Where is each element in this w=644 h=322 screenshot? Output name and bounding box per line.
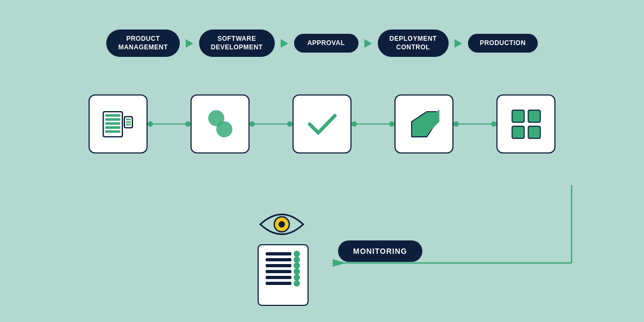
svg-point-34 bbox=[294, 251, 300, 257]
connector-4 bbox=[453, 121, 496, 127]
svg-rect-29 bbox=[266, 258, 291, 261]
svg-rect-5 bbox=[105, 114, 120, 116]
svg-rect-9 bbox=[105, 130, 120, 133]
arrow-1 bbox=[183, 37, 196, 50]
arrow-2 bbox=[278, 37, 291, 50]
svg-point-15 bbox=[216, 121, 232, 137]
svg-rect-33 bbox=[266, 282, 291, 285]
monitoring-label: MONITORING bbox=[338, 240, 422, 262]
pipeline-header: PRODUCTMANAGEMENT SOFTWAREDEVELOPMENT AP… bbox=[0, 0, 644, 57]
monitoring-eye-icon bbox=[258, 210, 306, 241]
icon-software-development bbox=[191, 94, 250, 153]
svg-marker-0 bbox=[186, 39, 193, 48]
node-deployment-control[interactable]: DEPLOYMENTCONTROL bbox=[378, 30, 449, 57]
icon-production bbox=[496, 94, 555, 153]
svg-rect-6 bbox=[105, 118, 120, 121]
icon-deployment-control bbox=[394, 94, 453, 153]
svg-marker-1 bbox=[281, 39, 288, 48]
svg-rect-18 bbox=[512, 110, 524, 122]
connector-2 bbox=[250, 121, 292, 127]
svg-point-37 bbox=[294, 268, 300, 275]
svg-point-35 bbox=[294, 257, 300, 263]
svg-point-39 bbox=[294, 280, 300, 287]
svg-rect-21 bbox=[528, 126, 540, 138]
icons-row bbox=[0, 94, 644, 153]
svg-rect-32 bbox=[266, 276, 291, 279]
svg-rect-12 bbox=[126, 121, 130, 123]
connector-3 bbox=[352, 121, 394, 127]
svg-rect-13 bbox=[126, 123, 130, 125]
svg-rect-31 bbox=[266, 270, 291, 273]
arrow-3 bbox=[362, 37, 375, 50]
svg-rect-19 bbox=[528, 110, 540, 122]
svg-rect-20 bbox=[512, 126, 524, 138]
svg-rect-30 bbox=[266, 264, 291, 267]
node-product-management[interactable]: PRODUCTMANAGEMENT bbox=[106, 30, 179, 57]
svg-marker-3 bbox=[455, 39, 462, 48]
arrow-4 bbox=[452, 37, 465, 50]
icon-monitoring-log bbox=[258, 244, 309, 306]
svg-rect-11 bbox=[126, 119, 130, 120]
connector-1 bbox=[148, 121, 191, 127]
icon-product-management bbox=[89, 94, 148, 153]
svg-rect-7 bbox=[105, 122, 120, 125]
svg-rect-28 bbox=[266, 252, 291, 255]
svg-point-38 bbox=[294, 274, 300, 281]
svg-marker-2 bbox=[364, 39, 372, 48]
node-production[interactable]: PRODUCTION bbox=[468, 34, 538, 53]
svg-point-27 bbox=[279, 221, 285, 228]
icon-approval bbox=[292, 94, 352, 153]
node-approval[interactable]: APPROVAL bbox=[294, 34, 358, 53]
node-software-development[interactable]: SOFTWAREDEVELOPMENT bbox=[199, 30, 275, 57]
svg-rect-8 bbox=[105, 126, 120, 129]
monitoring-section: MONITORING bbox=[0, 182, 644, 322]
svg-point-36 bbox=[294, 262, 300, 269]
